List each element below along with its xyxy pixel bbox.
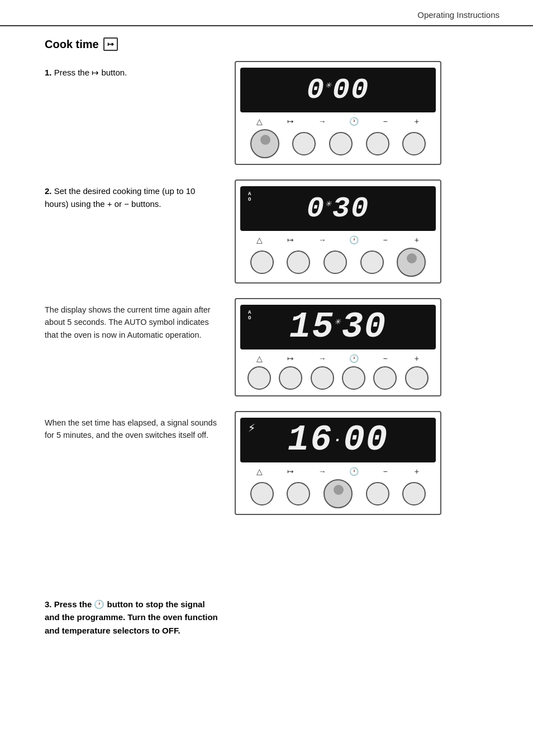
section-title: Cook time ↦ xyxy=(45,37,499,51)
panel-4-btn-minus: − xyxy=(373,467,397,476)
auto-badge-4-icon: ⚡ xyxy=(248,422,258,436)
step-3-number: 3. xyxy=(45,599,52,609)
info-text-2: When the set time has elapsed, a signal … xyxy=(45,411,218,584)
panel-2-btn-minus: − xyxy=(373,235,397,244)
step-3-text: 3. Press the 🕐 button to stop the signal… xyxy=(45,598,218,756)
step-1-text: 1. Press the ↦ button. xyxy=(45,61,218,79)
panel-3-circles-row[interactable] xyxy=(240,366,436,390)
panel-4-btn-triangle: △ xyxy=(248,467,271,476)
panel-2-buttons-row: △ ↦ → 🕐 − + xyxy=(240,235,436,244)
auto-badge-3: A O xyxy=(248,310,253,322)
panel-2-circle-5[interactable] xyxy=(397,248,426,277)
step2-plus-icon: + xyxy=(107,199,112,209)
panel-3-btn-minus: − xyxy=(373,354,397,363)
auto-badge-4: ⚡ xyxy=(248,422,258,436)
step-3-row: When the set time has elapsed, a signal … xyxy=(45,411,499,756)
panel-2-circle-2[interactable] xyxy=(287,251,310,274)
section-title-text: Cook time xyxy=(45,38,99,51)
panel-3-circle-4[interactable] xyxy=(342,366,365,390)
display-1-digits: 0✳00 xyxy=(307,74,369,107)
panel-1-circle-2[interactable] xyxy=(292,132,316,155)
panel-4-circle-1[interactable] xyxy=(250,482,274,505)
header: Operating Instructions xyxy=(0,0,533,26)
panel-3-btn-plus: + xyxy=(405,354,429,363)
display-panel-3: A O 15✳30 △ ↦ → 🕐 − + xyxy=(235,298,441,396)
panel-2-btn-plus: + xyxy=(405,235,429,244)
panel-4-btn-arrow: → xyxy=(311,467,334,476)
panel-3-circle-3[interactable] xyxy=(311,366,334,390)
header-title: Operating Instructions xyxy=(417,10,499,20)
step-1-row: 1. Press the ↦ button. 0✳00 △ ↦ → 🕐 − + xyxy=(45,61,499,165)
display-panel-4: ⚡ 16·00 △ ↦ → 🕐 − + xyxy=(235,411,441,515)
panel-4-buttons-row: △ ↦ → 🕐 − + xyxy=(240,467,436,476)
panel-1-btn-map: ↦ xyxy=(279,117,302,126)
panel-2-btn-map: ↦ xyxy=(279,235,302,244)
panel-3-circle-5[interactable] xyxy=(373,366,397,390)
step-2-number: 2. xyxy=(45,186,52,196)
panel-2-circle-1[interactable] xyxy=(250,251,274,274)
panel-3-btn-arrow: → xyxy=(311,354,334,363)
panel-1-buttons-row: △ ↦ → 🕐 − + xyxy=(240,117,436,126)
panel-2-circle-3[interactable] xyxy=(323,251,347,274)
display-screen-3: A O 15✳30 xyxy=(240,305,436,349)
panel-2-circle-4[interactable] xyxy=(360,251,384,274)
auto-badge-3-bottom: O xyxy=(248,316,253,322)
panel-4-circles-row[interactable] xyxy=(240,479,436,508)
content: Cook time ↦ 1. Press the ↦ button. 0✳00 … xyxy=(0,32,533,756)
panel-3-circle-6[interactable] xyxy=(405,366,429,390)
display-2-digits: 0✳30 xyxy=(307,192,369,225)
info-text-1: The display shows the current time again… xyxy=(45,298,218,341)
panel-3-circle-1[interactable] xyxy=(248,366,271,390)
step1-button-icon: ↦ xyxy=(92,68,99,77)
display-3-digits: 15✳30 xyxy=(289,307,387,347)
page: Operating Instructions Cook time ↦ 1. Pr… xyxy=(0,0,533,756)
display-screen-2: A O 0✳30 xyxy=(240,186,436,231)
cook-time-icon: ↦ xyxy=(103,37,118,51)
panel-4-circle-2[interactable] xyxy=(287,482,310,505)
panel-1-circle-1[interactable] xyxy=(250,129,279,158)
panel-1-circle-5[interactable] xyxy=(402,132,426,155)
step3-bell-icon: 🕐 xyxy=(94,599,104,609)
panel-3-buttons-row: △ ↦ → 🕐 − + xyxy=(240,354,436,363)
panel-4-btn-bell: 🕐 xyxy=(342,467,365,476)
panel-4-circle-3[interactable] xyxy=(323,479,353,508)
panel-3-btn-triangle: △ xyxy=(248,354,271,363)
panel-1-btn-minus: − xyxy=(373,117,397,126)
panel-1-btn-triangle: △ xyxy=(248,117,271,126)
panel-3-btn-map: ↦ xyxy=(279,354,302,363)
panel-4-circle-5[interactable] xyxy=(402,482,426,505)
step-2-text: 2. Set the desired cooking time (up to 1… xyxy=(45,179,218,210)
panel-1-btn-bell: 🕐 xyxy=(342,117,365,126)
display-panel-2: A O 0✳30 △ ↦ → 🕐 − + xyxy=(235,179,441,284)
display-screen-4: ⚡ 16·00 xyxy=(240,418,436,462)
panel-4-circle-4[interactable] xyxy=(366,482,389,505)
panel-4-btn-map: ↦ xyxy=(279,467,302,476)
display-panel-1: 0✳00 △ ↦ → 🕐 − + xyxy=(235,61,441,165)
panel-2-btn-triangle: △ xyxy=(248,235,271,244)
display-4-digits: 16·00 xyxy=(288,420,388,460)
auto-badge-bottom: O xyxy=(248,197,253,203)
step-3-bold: Press the 🕐 button to stop the signal an… xyxy=(45,599,218,635)
display-screen-1: 0✳00 xyxy=(240,68,436,112)
panel-4-btn-plus: + xyxy=(405,467,429,476)
panel-1-circles-row[interactable] xyxy=(240,129,436,158)
panel-3-btn-bell: 🕐 xyxy=(342,354,365,363)
panel-1-circle-3[interactable] xyxy=(329,132,353,155)
auto-badge-2: A O xyxy=(248,192,253,203)
panel-2-circles-row[interactable] xyxy=(240,248,436,277)
panel-1-btn-plus: + xyxy=(405,117,429,126)
step-2-row: 2. Set the desired cooking time (up to 1… xyxy=(45,179,499,284)
panel-1-circle-4[interactable] xyxy=(366,132,389,155)
panel-2-btn-arrow: → xyxy=(311,235,334,244)
panel-3-circle-2[interactable] xyxy=(279,366,302,390)
step-1-number: 1. xyxy=(45,68,52,77)
panel-2-btn-bell: 🕐 xyxy=(342,235,365,244)
panel-1-btn-arrow: → xyxy=(311,117,334,126)
step2-minus-icon: − xyxy=(124,199,129,209)
info-1-row: The display shows the current time again… xyxy=(45,298,499,396)
